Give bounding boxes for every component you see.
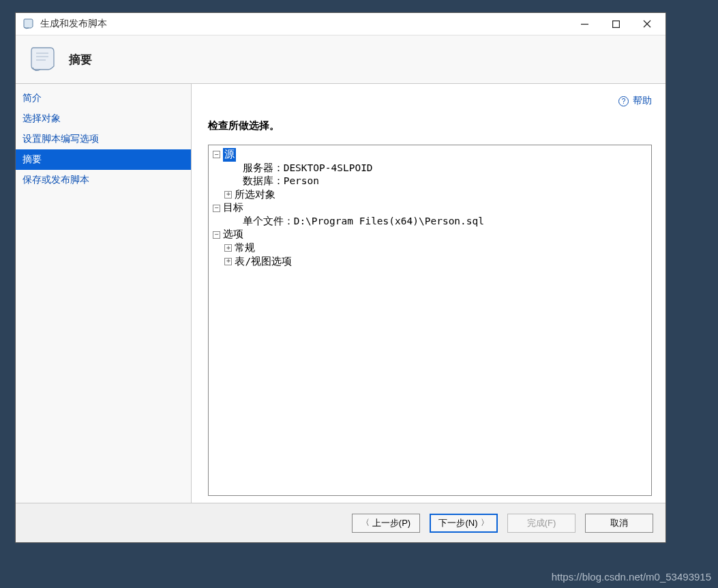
tree-label-single-file: 单个文件： bbox=[243, 215, 294, 229]
tree-node-table-view[interactable]: + 表/视图选项 bbox=[213, 255, 647, 269]
collapse-icon[interactable]: − bbox=[213, 231, 220, 239]
tree-connector bbox=[213, 175, 243, 188]
prev-button[interactable]: 〈 上一步(P) bbox=[352, 514, 420, 533]
tree-connector bbox=[213, 188, 224, 202]
next-button-label: 下一步(N) bbox=[438, 517, 477, 529]
tree-label-general: 常规 bbox=[235, 241, 255, 255]
help-icon: ? bbox=[618, 96, 629, 106]
tree-value-server: DESKTOP-4SLPOID bbox=[284, 162, 373, 175]
tree-node-server[interactable]: 服务器： DESKTOP-4SLPOID bbox=[213, 162, 647, 175]
wizard-sidebar: 简介 选择对象 设置脚本编写选项 摘要 保存或发布脚本 bbox=[16, 84, 192, 503]
tree-node-target[interactable]: − 目标 bbox=[213, 201, 647, 215]
summary-tree[interactable]: − 源 服务器： DESKTOP-4SLPOID 数据库： Person + bbox=[208, 145, 652, 496]
title-bar: 生成和发布脚本 bbox=[16, 13, 665, 35]
tree-label-options: 选项 bbox=[223, 228, 243, 241]
tree-label-selected-objects: 所选对象 bbox=[235, 188, 275, 202]
nav-summary[interactable]: 摘要 bbox=[16, 149, 191, 170]
tree-label-source: 源 bbox=[223, 148, 236, 162]
page-heading: 摘要 bbox=[69, 52, 92, 68]
help-link[interactable]: ? 帮助 bbox=[208, 95, 652, 107]
prev-button-label: 上一步(P) bbox=[372, 517, 410, 529]
nav-choose-objects[interactable]: 选择对象 bbox=[16, 108, 191, 129]
tree-node-source[interactable]: − 源 bbox=[213, 148, 647, 162]
expand-icon[interactable]: + bbox=[224, 258, 232, 265]
tree-label-server: 服务器： bbox=[243, 162, 284, 175]
minimize-button[interactable] bbox=[569, 14, 600, 34]
tree-value-database: Person bbox=[284, 175, 319, 188]
window-title: 生成和发布脚本 bbox=[40, 18, 569, 30]
tree-connector bbox=[213, 215, 243, 229]
next-button[interactable]: 下一步(N) 〉 bbox=[430, 514, 498, 533]
tree-node-general[interactable]: + 常规 bbox=[213, 241, 647, 255]
close-button[interactable] bbox=[631, 14, 663, 34]
dialog-window: 生成和发布脚本 摘要 简介 bbox=[15, 12, 666, 543]
tree-value-single-file: D:\Program Files(x64)\Person.sql bbox=[294, 215, 484, 229]
collapse-icon[interactable]: − bbox=[213, 151, 220, 158]
tree-connector bbox=[213, 162, 243, 175]
help-label: 帮助 bbox=[633, 95, 652, 107]
tree-node-single-file[interactable]: 单个文件： D:\Program Files(x64)\Person.sql bbox=[213, 215, 647, 229]
script-icon bbox=[28, 45, 57, 74]
app-icon bbox=[23, 18, 35, 30]
tree-connector bbox=[213, 255, 224, 269]
nav-set-options[interactable]: 设置脚本编写选项 bbox=[16, 129, 191, 149]
content-area: ? 帮助 检查所做选择。 − 源 服务器： DESKTOP-4SLPOID bbox=[192, 84, 665, 503]
cancel-button[interactable]: 取消 bbox=[585, 514, 653, 533]
expand-icon[interactable]: + bbox=[224, 191, 232, 199]
chevron-left-icon: 〈 bbox=[361, 517, 370, 529]
nav-intro[interactable]: 简介 bbox=[16, 88, 191, 108]
svg-rect-1 bbox=[612, 20, 619, 27]
chevron-right-icon: 〉 bbox=[481, 517, 489, 529]
header-band: 摘要 bbox=[16, 35, 665, 84]
tree-node-options[interactable]: − 选项 bbox=[213, 228, 647, 241]
content-subtitle: 检查所做选择。 bbox=[208, 119, 652, 132]
tree-node-database[interactable]: 数据库： Person bbox=[213, 175, 647, 188]
tree-label-database: 数据库： bbox=[243, 175, 284, 188]
body: 简介 选择对象 设置脚本编写选项 摘要 保存或发布脚本 ? 帮助 检查所做选择。… bbox=[16, 84, 665, 503]
watermark: https://blog.csdn.net/m0_53493915 bbox=[552, 571, 711, 583]
cancel-button-label: 取消 bbox=[610, 517, 628, 529]
nav-save-publish[interactable]: 保存或发布脚本 bbox=[16, 170, 191, 190]
tree-label-target: 目标 bbox=[223, 201, 243, 215]
collapse-icon[interactable]: − bbox=[213, 205, 220, 212]
tree-connector bbox=[213, 241, 224, 255]
tree-label-table-view: 表/视图选项 bbox=[235, 255, 292, 269]
finish-button-label: 完成(F) bbox=[527, 517, 556, 529]
maximize-button[interactable] bbox=[600, 14, 631, 34]
tree-node-selected-objects[interactable]: + 所选对象 bbox=[213, 188, 647, 202]
finish-button: 完成(F) bbox=[507, 514, 575, 533]
expand-icon[interactable]: + bbox=[224, 244, 232, 252]
wizard-footer: 〈 上一步(P) 下一步(N) 〉 完成(F) 取消 bbox=[16, 503, 665, 542]
window-controls bbox=[569, 14, 663, 34]
